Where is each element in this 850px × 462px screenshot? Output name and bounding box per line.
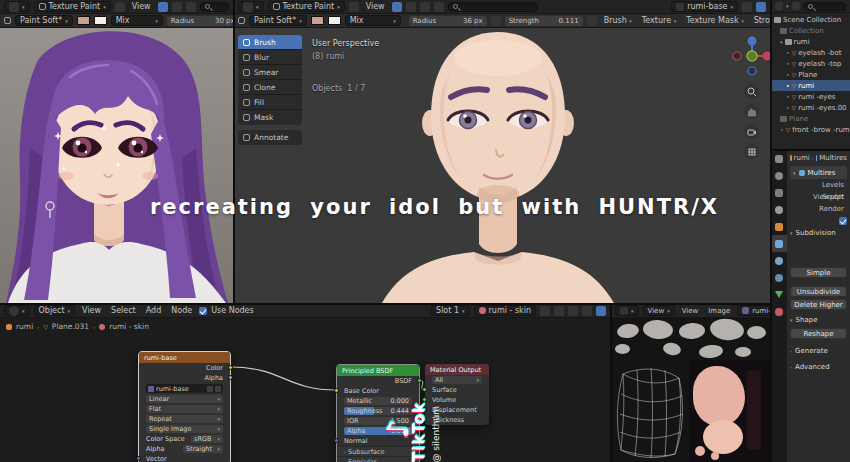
alpha-mode-dropdown[interactable]: Straight▾	[183, 445, 223, 453]
outliner-row-rumi-eyes[interactable]: •▽rumi -eyes	[771, 91, 850, 102]
image-editor-canvas[interactable]	[611, 318, 770, 462]
tool-mask[interactable]: Mask	[238, 110, 302, 125]
primary-color-swatch[interactable]	[311, 16, 324, 25]
principled-bsdf-node-header[interactable]: Principled BSDF	[337, 365, 419, 376]
proportional-edit-icon[interactable]	[406, 2, 416, 12]
blend-mode-dropdown[interactable]: Mix▾	[111, 15, 163, 26]
color-space-dropdown[interactable]: sRGB▾	[191, 435, 223, 443]
use-nodes-checkbox[interactable]	[199, 307, 207, 315]
active-tool-icon[interactable]	[349, 2, 359, 12]
unsubdivide-button[interactable]: Unsubdivide	[790, 286, 847, 297]
properties-tab-particles[interactable]	[771, 252, 787, 269]
properties-tab-render[interactable]	[771, 167, 787, 184]
outliner-row-plane[interactable]: •▽Plane	[771, 69, 850, 80]
properties-tab-material[interactable]	[771, 303, 787, 320]
brush-preset-dropdown[interactable]: Paint Soft*▾	[249, 15, 307, 26]
editor-divider[interactable]	[0, 303, 770, 305]
multires-panel-header[interactable]: ▾ Multires	[790, 166, 847, 179]
shape-section-header[interactable]: ▾Shape	[790, 314, 847, 326]
zoom-icon[interactable]	[744, 84, 759, 99]
outliner-row-rumi-eyes-00[interactable]: •▽rumi -eyes.00	[771, 102, 850, 113]
viewport-reference-image[interactable]	[0, 28, 233, 303]
texture-menu[interactable]: Texture ▾	[639, 16, 679, 25]
editor-divider[interactable]	[770, 149, 850, 151]
editor-type-button[interactable]: ▾	[4, 1, 30, 12]
outliner-display-mode-icon[interactable]	[775, 2, 783, 10]
radius-slider[interactable]: Radius30 px	[167, 16, 233, 26]
shader-type-dropdown[interactable]: Object▾	[34, 305, 76, 316]
view-menu[interactable]: View	[363, 2, 388, 11]
strength-slider[interactable]: Strength0.111	[505, 16, 583, 26]
symmetry-icon[interactable]	[186, 2, 196, 12]
unlink-icon[interactable]	[568, 306, 578, 316]
properties-tab-object[interactable]	[771, 218, 787, 235]
image-datablock-dropdown[interactable]: rumi-base	[737, 305, 770, 316]
reshape-button[interactable]: Reshape	[790, 328, 847, 339]
vector-input-socket[interactable]	[136, 456, 141, 461]
simple-button[interactable]: Simple	[790, 267, 847, 278]
tool-brush[interactable]: Brush	[238, 35, 302, 50]
projection-dropdown[interactable]: Flat▾	[139, 404, 230, 414]
editor-divider[interactable]	[610, 304, 612, 462]
material-selector[interactable]: rumi - skin	[474, 305, 536, 316]
pin-icon[interactable]	[582, 306, 592, 316]
alpha-output-socket[interactable]	[228, 375, 233, 380]
blend-mode-dropdown[interactable]: Mix▾	[345, 15, 401, 26]
viewport-overlays-icon[interactable]	[742, 2, 752, 12]
slot-dropdown[interactable]: Slot 1▾	[431, 305, 469, 316]
search-input[interactable]	[200, 2, 229, 12]
viewport-shading-icon[interactable]	[756, 2, 766, 12]
symmetry-icon[interactable]	[420, 2, 430, 12]
source-dropdown[interactable]: Single Image▾	[139, 424, 230, 434]
snap-icon[interactable]	[158, 2, 168, 12]
view-menu[interactable]: View	[79, 306, 104, 315]
outliner-row-eyelash-bot[interactable]: •▽eyelash -bot	[771, 47, 850, 58]
outliner-row-front-brow[interactable]: •▽front -brow -rumi	[771, 124, 850, 135]
editor-divider[interactable]	[770, 0, 772, 462]
tool-blur[interactable]: Blur	[238, 50, 302, 65]
outliner-search-input[interactable]	[803, 2, 846, 11]
tool-smear[interactable]: Smear	[238, 65, 302, 80]
radius-pressure-icon[interactable]	[491, 16, 501, 26]
image-texture-node-header[interactable]: rumi-base	[139, 352, 230, 363]
node-canvas[interactable]: rumi› ▽ Plane.031› rumi - skin rumi-base…	[0, 318, 610, 462]
canvas-image-dropdown[interactable]: rumi-base▾	[671, 1, 738, 12]
properties-checkbox[interactable]	[839, 217, 847, 225]
secondary-color-swatch[interactable]	[328, 16, 341, 25]
outliner-row-plane-dim[interactable]: Plane	[771, 113, 850, 124]
brush-preset-dropdown[interactable]: Paint Soft*▾	[15, 15, 73, 26]
mode-dropdown[interactable]: Texture Paint▾	[34, 1, 111, 12]
disclosure-icon[interactable]: ▾	[780, 39, 783, 45]
brush-menu[interactable]: Brush ▾	[601, 16, 635, 25]
outliner-row-rumi-selected[interactable]: •▽rumi	[771, 80, 850, 91]
subdivision-section-header[interactable]: ▾Subdivision	[790, 227, 847, 239]
tool-fill[interactable]: Fill	[238, 95, 302, 110]
outliner-row-collection[interactable]: Collection	[771, 25, 850, 36]
search-input[interactable]	[448, 2, 538, 12]
axis-gizmo[interactable]	[729, 33, 770, 79]
add-menu[interactable]: Add	[143, 306, 165, 315]
primary-color-swatch[interactable]	[77, 16, 90, 25]
image-datablock-row[interactable]: rumi-base	[139, 383, 230, 394]
color-output-socket[interactable]	[228, 365, 233, 370]
fake-user-icon[interactable]	[540, 306, 550, 316]
properties-tab-data[interactable]	[771, 286, 787, 303]
view-menu[interactable]: View	[679, 307, 702, 315]
image-menu[interactable]: Image	[705, 307, 733, 315]
outliner-row-scene-collection[interactable]: Scene Collection	[771, 14, 850, 25]
generate-section-header[interactable]: ›Generate	[790, 345, 847, 357]
select-menu[interactable]: Select	[108, 306, 139, 315]
falloff-icon[interactable]	[434, 2, 444, 12]
snapping-icon[interactable]	[596, 306, 606, 316]
stroke-menu[interactable]: Stroke ▾	[751, 16, 770, 25]
secondary-color-swatch[interactable]	[94, 16, 107, 25]
delete-higher-button[interactable]: Delete Higher	[790, 299, 847, 310]
perspective-toggle-icon[interactable]	[744, 144, 759, 159]
new-material-icon[interactable]	[554, 306, 564, 316]
tool-annotate[interactable]: Annotate	[238, 130, 302, 145]
extension-dropdown[interactable]: Repeat▾	[139, 414, 230, 424]
outliner-row-eyelash-top[interactable]: •▽eyelash -top	[771, 58, 850, 69]
properties-tab-modifiers[interactable]	[771, 235, 787, 252]
material-output-node-header[interactable]: Material Output	[425, 364, 489, 375]
image-mode-dropdown[interactable]: View▾	[643, 305, 675, 316]
